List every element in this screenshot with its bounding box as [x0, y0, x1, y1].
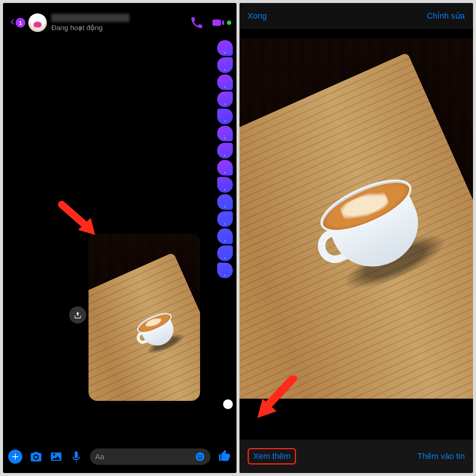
composer-camera-button[interactable]	[30, 450, 42, 463]
chat-screen: 1 Đang hoạt động	[3, 3, 237, 473]
image-viewer-screen: Xong Chỉnh sửa Xem thêm Thêm vào tin	[239, 3, 473, 473]
contact-name	[51, 14, 129, 22]
add-to-story-button[interactable]: Thêm vào tin	[418, 451, 465, 461]
message-bubble[interactable]	[217, 143, 233, 158]
share-icon	[74, 311, 82, 319]
smile-icon[interactable]	[195, 451, 205, 462]
viewer-header: Xong Chỉnh sửa	[239, 3, 473, 29]
image-icon	[50, 450, 62, 463]
message-bubble[interactable]	[217, 177, 233, 193]
forward-button[interactable]	[69, 306, 86, 324]
composer-add-button[interactable]	[8, 450, 22, 464]
camera-icon	[30, 450, 42, 463]
sent-messages-column	[217, 40, 233, 278]
message-bubble[interactable]	[217, 263, 233, 278]
video-call-button[interactable]	[212, 16, 225, 29]
like-button[interactable]	[218, 449, 231, 464]
message-bubble[interactable]	[217, 194, 233, 210]
avatar[interactable]	[28, 13, 47, 32]
message-bubble[interactable]	[217, 74, 233, 90]
message-bubble[interactable]	[217, 57, 233, 73]
message-bubble[interactable]	[217, 91, 233, 107]
message-bubble[interactable]	[217, 211, 233, 227]
svg-point-2	[201, 455, 202, 456]
phone-icon	[190, 16, 203, 29]
message-bubble[interactable]	[217, 245, 233, 261]
seen-avatar	[223, 399, 233, 409]
message-bubble[interactable]	[217, 228, 233, 244]
message-composer: Aa	[3, 446, 237, 468]
message-bubble[interactable]	[217, 40, 233, 56]
back-button[interactable]: 1	[8, 18, 25, 28]
video-icon	[212, 16, 225, 29]
done-button[interactable]: Xong	[248, 11, 267, 21]
message-bubble[interactable]	[217, 126, 233, 141]
viewer-image[interactable]	[239, 39, 473, 399]
unread-badge: 1	[16, 18, 25, 28]
received-image[interactable]	[89, 234, 200, 401]
viewer-footer: Xem thêm Thêm vào tin	[239, 440, 473, 473]
message-bubble[interactable]	[217, 160, 233, 176]
presence-subtitle: Đang hoạt động	[51, 23, 190, 32]
presence-dot-icon	[227, 20, 231, 25]
composer-gallery-button[interactable]	[50, 450, 62, 463]
message-input-placeholder: Aa	[95, 453, 195, 461]
thumbs-up-icon	[218, 449, 231, 463]
chevron-left-icon	[8, 18, 16, 28]
svg-point-0	[196, 452, 204, 461]
plus-icon	[11, 453, 19, 461]
message-input[interactable]: Aa	[90, 448, 210, 465]
contact-name-block[interactable]: Đang hoạt động	[51, 14, 190, 32]
microphone-icon	[70, 450, 83, 463]
annotation-arrow-icon	[58, 201, 99, 238]
edit-button[interactable]: Chỉnh sửa	[427, 11, 465, 21]
message-bubble[interactable]	[217, 109, 233, 124]
composer-mic-button[interactable]	[70, 450, 83, 463]
svg-point-1	[198, 455, 199, 456]
voice-call-button[interactable]	[190, 16, 203, 29]
chat-header: 1 Đang hoạt động	[3, 3, 237, 39]
see-more-button[interactable]: Xem thêm	[248, 448, 296, 464]
